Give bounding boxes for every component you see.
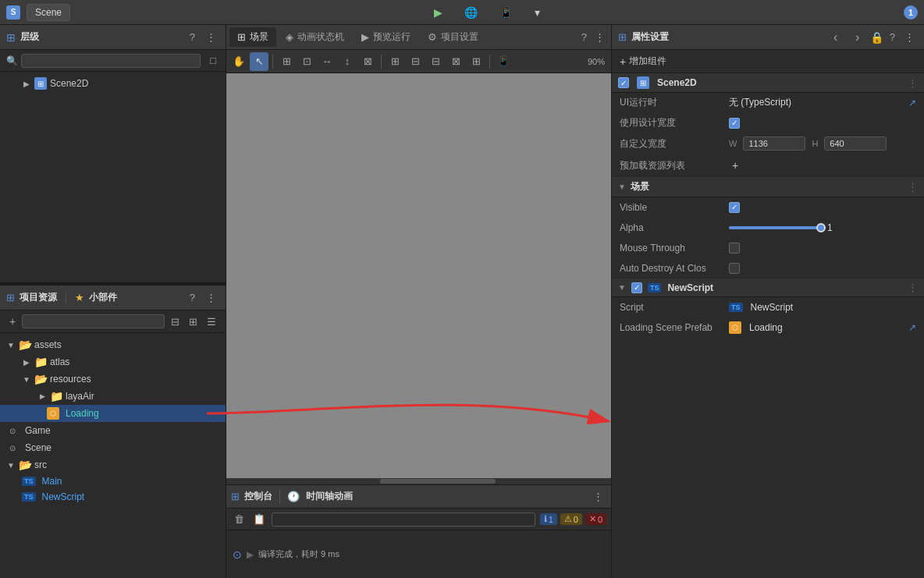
hierarchy-title: 层级 (20, 30, 39, 44)
layaair-label: layaAir (66, 391, 94, 402)
add-component-button[interactable]: + 增加组件 (620, 55, 666, 68)
alpha-slider-track[interactable] (729, 226, 823, 229)
script-row: Script TS NewScript (612, 297, 924, 317)
script-label: Script (620, 302, 729, 313)
tree-item-main[interactable]: TS Main (0, 473, 226, 489)
use-design-width-checkbox[interactable]: ✓ (729, 118, 740, 129)
scene-section-header[interactable]: ▼ 场景 ⋮ (612, 177, 924, 197)
ui-runtime-link-icon[interactable]: ↗ (908, 98, 916, 108)
script-value-text: NewScript (751, 302, 794, 313)
hierarchy-search-input[interactable] (21, 54, 201, 68)
scene-more-icon[interactable]: ⋮ (908, 181, 918, 193)
center-menu-button[interactable]: ⋮ (592, 30, 608, 44)
preload-add-button[interactable]: + (729, 158, 741, 173)
project-menu-button[interactable]: ⋮ (203, 290, 219, 305)
clear-button[interactable]: 🗑 (231, 512, 247, 527)
move-v-tool[interactable]: ↕ (338, 52, 357, 71)
project-actions: ? ⋮ (187, 290, 219, 305)
script-more-icon[interactable]: ⋮ (908, 282, 918, 293)
tree-item-scene[interactable]: ⊙ Scene (0, 439, 226, 456)
preview-tab-icon: ▶ (361, 31, 369, 43)
script-enabled-checkbox[interactable]: ✓ (631, 282, 642, 293)
scene-scrollbar-h[interactable] (226, 478, 611, 484)
alpha-row: Alpha 1 (612, 218, 924, 238)
list-view-button[interactable]: ☰ (204, 314, 219, 329)
hierarchy-menu-button[interactable]: ⋮ (203, 30, 219, 44)
ui-runtime-text: 无 (TypeScript) (729, 96, 791, 109)
main-ts-badge: TS (22, 477, 36, 486)
project-icon: ⊞ (6, 292, 15, 303)
grid-view-button[interactable]: ⊞ (186, 314, 201, 329)
w-input[interactable] (743, 137, 805, 151)
badge-red-icon: ✕ (589, 514, 596, 524)
nav-forward-button[interactable]: › (848, 28, 867, 47)
newscript-ts-badge: TS (22, 492, 36, 502)
align-l-tool[interactable]: ⊞ (386, 52, 404, 71)
tab-settings[interactable]: ⚙ 项目设置 (420, 27, 486, 47)
nav-back-button[interactable]: ‹ (826, 28, 845, 47)
alpha-label: Alpha (620, 222, 729, 233)
globe-button[interactable]: 🌐 (460, 3, 482, 22)
dropdown-button[interactable]: ▾ (530, 3, 545, 22)
project-search-input[interactable] (22, 314, 165, 328)
move-h-tool[interactable]: ↔ (318, 52, 336, 71)
prop-menu-button[interactable]: ⋮ (901, 30, 918, 44)
rect-tool-1[interactable]: ⊞ (277, 52, 296, 71)
console-menu-button[interactable]: ⋮ (590, 489, 606, 504)
play-button[interactable]: ▶ (429, 3, 447, 22)
scene2d-more-icon[interactable]: ⋮ (908, 77, 918, 89)
hierarchy-search-bar: 🔍 □ (0, 50, 226, 72)
tree-item-newscript[interactable]: TS NewScript (0, 489, 226, 505)
transform-tool[interactable]: ⊠ (358, 52, 377, 71)
game-label: Game (25, 425, 51, 436)
tree-item-assets[interactable]: ▼ 📂 assets (0, 336, 226, 353)
tab-preview[interactable]: ▶ 预览运行 (354, 27, 418, 47)
custom-width-value: W H (729, 137, 916, 151)
script-section-header[interactable]: ▼ ✓ TS NewScript ⋮ (612, 278, 924, 297)
visible-checkbox[interactable]: ✓ (729, 202, 740, 213)
badge-yellow-count: 0 (574, 515, 578, 524)
hierarchy-help-button[interactable]: ? (187, 30, 198, 44)
tab-scene[interactable]: ⊞ 场景 (229, 27, 276, 47)
tab-anim[interactable]: ◈ 动画状态机 (278, 27, 352, 47)
tree-item-loading[interactable]: ⬡ Loading (0, 405, 226, 422)
scene-canvas[interactable] (226, 73, 611, 478)
mobile-button[interactable]: 📱 (495, 3, 517, 22)
tree-item-layaair[interactable]: ▶ 📁 layaAir (0, 388, 226, 405)
tree-item-resources[interactable]: ▼ 📂 resources (0, 371, 226, 388)
hand-tool[interactable]: ✋ (229, 52, 248, 71)
project-help-button[interactable]: ? (187, 290, 198, 305)
resources-arrow: ▼ (22, 374, 31, 384)
src-icon: 📂 (19, 459, 31, 471)
title-bar: S Scene ▶ 🌐 📱 ▾ 1 (0, 0, 924, 25)
align-r-tool[interactable]: ⊟ (406, 52, 425, 71)
scene2d-checkbox[interactable]: ✓ (618, 77, 629, 88)
filter-button[interactable]: ⊟ (168, 314, 183, 329)
copy-button[interactable]: 📋 (251, 512, 267, 527)
auto-destroy-checkbox[interactable] (729, 263, 740, 274)
device-tool[interactable]: 📱 (494, 52, 513, 71)
h-input[interactable] (824, 137, 887, 151)
tree-item-atlas[interactable]: ▶ 📁 atlas (0, 353, 226, 371)
right-panel: ⊞ 属性设置 ‹ › 🔒 ? ⋮ + 增加组件 ✓ ⊞ Scene2D (612, 25, 924, 578)
console-search-input[interactable] (272, 512, 535, 527)
project-add-button[interactable]: + (6, 314, 19, 329)
prop-help-button[interactable]: ? (887, 30, 898, 44)
scene2d-component-header[interactable]: ✓ ⊞ Scene2D ⋮ (612, 73, 924, 93)
align-b-tool[interactable]: ⊠ (446, 52, 465, 71)
align-t-tool[interactable]: ⊟ (426, 52, 445, 71)
title-tab[interactable]: Scene (27, 4, 70, 21)
tree-item-src[interactable]: ▼ 📂 src (0, 456, 226, 473)
center-help-button[interactable]: ? (578, 30, 590, 44)
select-tool[interactable]: ↖ (250, 52, 268, 71)
hierarchy-add-button[interactable]: □ (207, 53, 219, 68)
hierarchy-scene2d[interactable]: ▶ ⊞ Scene2D (0, 75, 226, 92)
align-c-tool[interactable]: ⊞ (467, 52, 485, 71)
loading-link-icon[interactable]: ↗ (908, 322, 916, 333)
mouse-through-checkbox[interactable] (729, 243, 740, 254)
sep: | (65, 293, 67, 303)
badge-red: ✕ 0 (585, 513, 606, 525)
rect-tool-2[interactable]: ⊡ (297, 52, 316, 71)
auto-destroy-row: Auto Destroy At Clos (612, 258, 924, 278)
tree-item-game[interactable]: ⊙ Game (0, 422, 226, 439)
